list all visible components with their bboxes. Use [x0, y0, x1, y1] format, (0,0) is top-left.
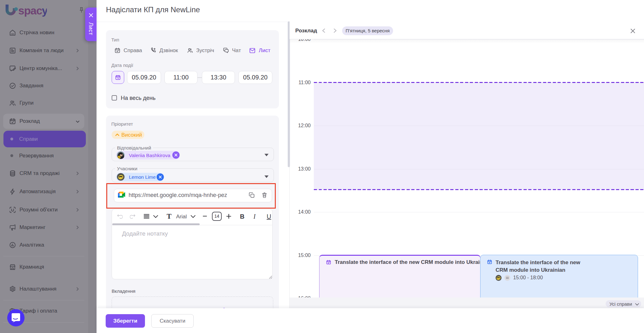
svg-text:y: y	[42, 4, 47, 17]
svg-text:spac: spac	[18, 4, 42, 17]
